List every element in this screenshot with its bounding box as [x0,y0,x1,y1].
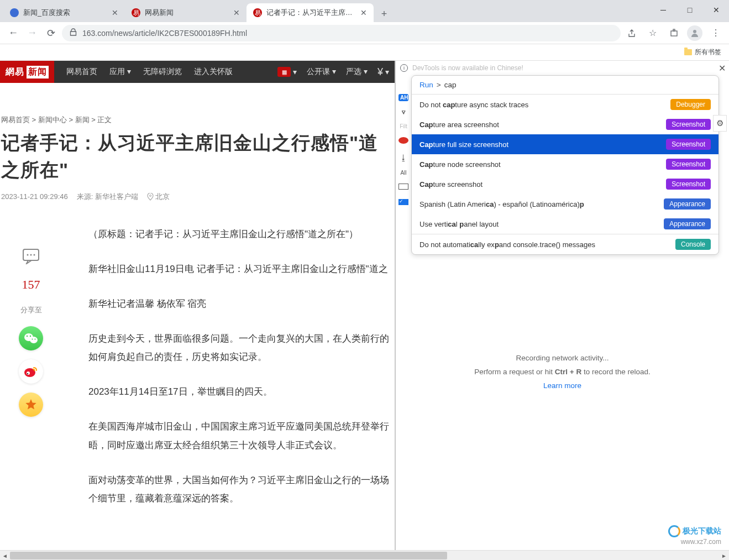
command-category-badge: Screenshot [666,159,711,170]
download-icon[interactable]: ⭳ [398,153,408,162]
share-label: 分享至 [20,305,42,315]
breadcrumb[interactable]: 网易首页 > 新闻中心 > 新闻 > 正文 [0,111,395,129]
tab-favicon: 易 [132,8,140,17]
svg-rect-1 [673,29,675,31]
svg-point-7 [34,254,35,256]
address-bar[interactable]: 163.com/news/article/IK2CB7ES000189FH.ht… [62,25,621,41]
weibo-share-button[interactable] [19,359,43,384]
window-minimize-button[interactable]: ─ [655,4,672,15]
svg-point-11 [30,336,31,337]
scroll-left-arrow[interactable]: ◄ [0,551,10,560]
command-category-badge: Debugger [670,99,711,110]
command-menu-item[interactable]: Capture area screenshotScreenshot [412,114,718,134]
page-content: 網易 新闻 网易首页应用 ▾无障碍浏览进入关怀版 ▦▾ 公开课 ▾ 严选 ▾ ¥… [0,61,395,560]
favorite-star-button[interactable] [19,392,43,417]
browser-tab[interactable]: 易 记者手记：从习近平主席旧金山 ✕ [247,3,374,22]
command-menu-item[interactable]: Capture full size screenshotScreenshot [412,134,718,154]
command-menu: Run >cap Do not capture async stack trac… [411,75,719,255]
horizontal-scrollbar[interactable]: ◄ ► [0,550,729,560]
chrome-menu-icon[interactable]: ⋮ [708,25,723,41]
netease-header: 網易 新闻 网易首页应用 ▾无障碍浏览进入关怀版 ▦▾ 公开课 ▾ 严选 ▾ ¥… [0,61,395,83]
tab-title: 网易新闻 [145,8,229,18]
command-menu-item[interactable]: Capture screenshotScreenshot [412,174,718,194]
record-button[interactable] [398,137,408,145]
new-tab-button[interactable]: + [376,6,392,22]
command-category-badge: Screenshot [666,119,711,130]
article-date: 2023-11-21 09:29:46 [1,192,68,201]
comment-count[interactable]: 157 [22,278,40,292]
extensions-icon[interactable] [666,25,681,41]
netease-nav-item[interactable]: 进入关怀版 [194,67,233,77]
preserve-checkbox[interactable] [398,184,408,191]
comment-icon[interactable] [19,244,43,269]
toolbar: ← → ⟳ 163.com/news/article/IK2CB7ES00018… [0,22,729,44]
netease-pay[interactable]: ¥▾ [377,66,389,78]
article-paragraph: 新华社记者温馨 杨依军 宿亮 [88,295,395,313]
svg-point-16 [27,373,28,374]
ah-badge: AH [398,94,408,101]
svg-point-6 [30,254,32,256]
netease-nav-item[interactable]: 无障碍浏览 [143,67,182,77]
location-icon [147,193,154,201]
devtools-settings-icon[interactable]: ⚙ [713,115,727,132]
command-menu-item[interactable]: Do not capture async stack tracesDebugge… [412,95,718,114]
svg-point-3 [149,195,151,196]
svg-point-12 [32,339,33,340]
tab-title: 新闻_百度搜索 [23,8,107,18]
devtools-info-text: DevTools is now available in Chinese! [412,64,523,72]
netease-nav-item[interactable]: 应用 ▾ [109,67,131,77]
netease-nav-item[interactable]: 网易首页 [66,67,97,77]
command-input[interactable]: Run >cap [412,76,718,94]
all-label[interactable]: All [398,170,408,176]
command-menu-item[interactable]: Capture node screenshotScreenshot [412,154,718,174]
command-menu-item[interactable]: Spanish (Latin America) - español (Latin… [412,194,718,214]
network-empty-state: Recording network activity... Perform a … [396,354,729,390]
reload-button[interactable]: ⟳ [43,25,59,41]
article-location: 北京 [147,192,170,202]
url-text: 163.com/news/article/IK2CB7ES000189FH.ht… [82,29,247,38]
svg-point-10 [27,336,28,337]
tab-close-button[interactable]: ✕ [233,8,240,17]
folder-icon [684,49,692,55]
svg-point-13 [35,339,36,340]
scroll-right-arrow[interactable]: ► [719,551,729,560]
devtools-close-button[interactable]: ✕ [718,63,726,74]
browser-tab[interactable]: 新闻_百度搜索 ✕ [3,3,125,22]
forward-button[interactable]: → [24,25,40,41]
netease-logo[interactable]: 網易 新闻 [0,61,54,83]
bookmarks-bar: 所有书签 [0,44,729,61]
tab-strip: 新闻_百度搜索 ✕易 网易新闻 ✕易 记者手记：从习近平主席旧金山 ✕ + [0,0,729,22]
netease-openclass[interactable]: 公开课 ▾ [307,67,336,77]
bookmark-star-icon[interactable]: ☆ [645,25,660,41]
command-category-badge: Appearance [664,198,711,210]
learn-more-link[interactable]: Learn more [543,381,581,390]
article-paragraph: 在美国西海岸城市旧金山，中国国家主席习近平应邀同美国总统拜登举行晤，同时应邀出席… [88,417,395,454]
netease-yanxuan[interactable]: 严选 ▾ [346,67,368,77]
article-meta: 2023-11-21 09:29:46 来源: 新华社客户端 北京 [1,192,395,202]
netease-app-icon[interactable]: ▦▾ [277,67,297,77]
command-category-badge: Appearance [664,218,711,229]
filter-icon[interactable]: ⛛ [398,109,408,116]
command-menu-item[interactable]: Do not automatically expand console.trac… [412,234,718,254]
tab-close-button[interactable]: ✕ [112,8,118,17]
command-category-badge: Screenshot [666,139,711,150]
profile-avatar-icon[interactable] [687,25,702,41]
tab-favicon [10,8,19,17]
disable-cache-checkbox[interactable] [398,199,408,207]
scrollbar-thumb[interactable] [10,552,447,559]
info-icon: i [400,64,408,72]
svg-point-2 [693,30,696,33]
share-icon[interactable] [624,25,639,41]
svg-point-15 [27,371,30,375]
all-bookmarks-button[interactable]: 所有书签 [684,48,721,57]
watermark-logo-icon [668,525,680,537]
window-close-button[interactable]: ✕ [708,4,725,15]
back-button[interactable]: ← [6,25,21,41]
browser-tab[interactable]: 易 网易新闻 ✕ [125,3,247,22]
window-maximize-button[interactable]: □ [681,4,698,15]
command-menu-item[interactable]: Use vertical panel layoutAppearance [412,214,718,234]
tab-close-button[interactable]: ✕ [360,8,367,17]
article-paragraph: 新华社旧金山11月19日电 记者手记：从习近平主席旧金山之行感悟"道之 [88,260,395,278]
wechat-share-button[interactable] [19,326,43,350]
filter-label: Filt [398,123,408,129]
